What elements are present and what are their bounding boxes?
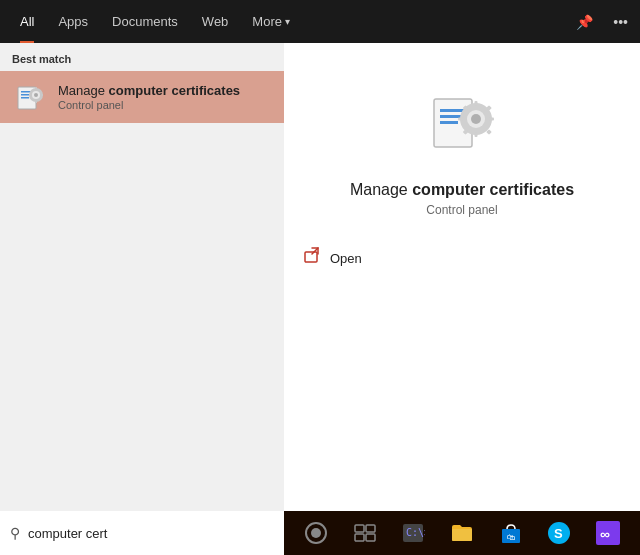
skype-icon[interactable]: S [543, 517, 575, 549]
visual-studio-icon[interactable]: ∞ [592, 517, 624, 549]
app-icon-large [422, 83, 502, 163]
svg-rect-14 [440, 121, 458, 124]
left-panel: Best match [0, 43, 284, 511]
nav-item-web[interactable]: Web [190, 0, 241, 43]
svg-point-17 [471, 114, 481, 124]
search-box[interactable]: ⚲ [0, 511, 284, 555]
right-actions: Open [284, 241, 640, 276]
pin-icon[interactable]: 📌 [572, 10, 597, 34]
nav-item-all[interactable]: All [8, 0, 46, 43]
certificate-icon-small [12, 79, 48, 115]
svg-point-6 [34, 93, 38, 97]
svg-rect-32 [355, 534, 364, 541]
svg-rect-30 [355, 525, 364, 532]
svg-rect-26 [305, 252, 317, 262]
svg-rect-31 [366, 525, 375, 532]
certificate-icon-large [426, 87, 498, 159]
svg-rect-8 [35, 101, 37, 103]
result-item-type: Control panel [58, 99, 240, 111]
nav-right-icons: 📌 ••• [572, 10, 632, 34]
result-item-icon [12, 79, 48, 115]
open-icon [304, 247, 322, 270]
file-explorer-icon[interactable] [446, 517, 478, 549]
search-area: Best match [0, 43, 640, 511]
svg-rect-7 [35, 87, 37, 89]
cortana-icon[interactable] [300, 517, 332, 549]
svg-rect-19 [475, 132, 478, 137]
svg-rect-20 [458, 118, 463, 121]
svg-text:🛍: 🛍 [507, 533, 515, 542]
svg-rect-33 [366, 534, 375, 541]
svg-text:∞: ∞ [600, 526, 610, 542]
right-panel: Manage computer certificates Control pan… [284, 43, 640, 511]
best-match-label: Best match [0, 43, 284, 71]
search-input[interactable] [28, 526, 274, 541]
store-icon[interactable]: 🛍 [495, 517, 527, 549]
best-match-result[interactable]: Manage computer certificates Control pan… [0, 71, 284, 123]
more-dropdown-arrow: ▾ [285, 16, 290, 27]
taskbar: ⚲ C:\> [0, 511, 640, 555]
nav-item-apps[interactable]: Apps [46, 0, 100, 43]
more-options-icon[interactable]: ••• [609, 10, 632, 34]
nav-item-more[interactable]: More ▾ [240, 0, 302, 43]
svg-text:C:\>: C:\> [406, 527, 425, 538]
open-label: Open [330, 251, 362, 266]
svg-rect-9 [29, 94, 31, 96]
svg-rect-10 [41, 94, 43, 96]
svg-point-29 [311, 528, 321, 538]
task-view-icon[interactable] [349, 517, 381, 549]
result-item-text: Manage computer certificates Control pan… [58, 83, 240, 111]
nav-item-documents[interactable]: Documents [100, 0, 190, 43]
svg-rect-36 [452, 529, 472, 541]
nav-items: All Apps Documents Web More ▾ [8, 0, 302, 43]
svg-text:S: S [554, 526, 563, 541]
terminal-icon[interactable]: C:\> [397, 517, 429, 549]
svg-rect-21 [489, 118, 494, 121]
search-box-icon: ⚲ [10, 525, 20, 541]
top-navigation: All Apps Documents Web More ▾ 📌 ••• [0, 0, 640, 43]
result-item-name: Manage computer certificates [58, 83, 240, 98]
right-app-type: Control panel [426, 203, 497, 217]
right-app-name: Manage computer certificates [350, 181, 574, 199]
left-panel-spacer [0, 123, 284, 511]
taskbar-system-icons: C:\> 🛍 S [284, 517, 640, 549]
open-action[interactable]: Open [304, 241, 620, 276]
svg-rect-3 [21, 97, 29, 99]
svg-rect-18 [475, 101, 478, 106]
